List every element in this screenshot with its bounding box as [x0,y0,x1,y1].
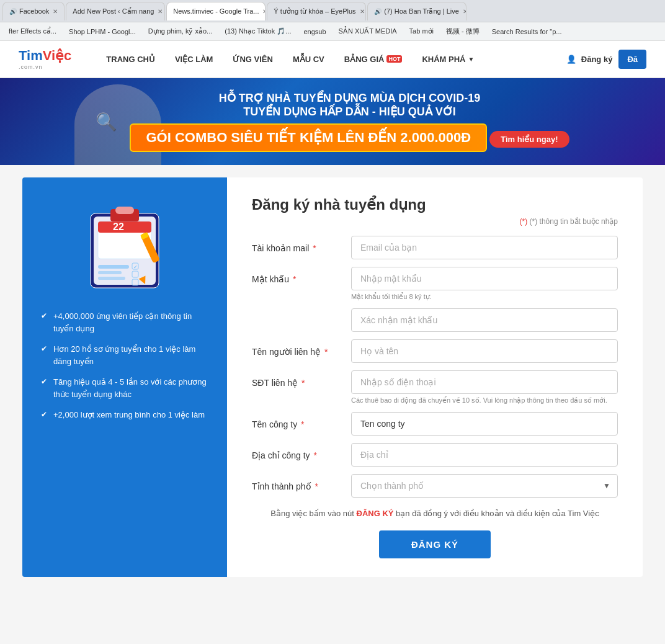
banner: 🔍 HỖ TRỢ NHÀ TUYỂN DỤNG MÙA DỊCH COVID-1… [0,78,665,165]
required-star: * [314,450,317,460]
nav-right: 👤 Đăng ký Đă [566,50,646,69]
person-icon: 👤 [566,55,576,64]
bookmark-weibo[interactable]: 视频 - 微博 [442,25,483,37]
contact-label: Tên người liên hệ * [252,339,351,357]
address-input[interactable] [351,443,618,467]
nav-mau-cv[interactable]: MẪU CV [283,40,334,78]
tab-close-btn[interactable]: ✕ [262,8,266,15]
tab-label: Add New Post ‹ Cẩm nang [73,7,154,16]
svg-rect-5 [98,221,151,233]
password-field-wrapper: Mật khẩu tối thiểu 8 ký tự. [351,267,618,301]
phone-input[interactable] [351,370,618,394]
main-content: 22 ✔ +4,000,000 ứng viên tiếp cận thông … [22,165,643,589]
bookmark-nhactiktok[interactable]: (13) Nhạc Tiktok 🎵... [221,26,295,37]
contact-input[interactable] [351,339,618,363]
banner-cta: GÓI COMBO SIÊU TIẾT KIỆM LÊN ĐẾN 2.000.0… [130,123,487,152]
svg-rect-3 [115,207,134,214]
btn-dangnhap[interactable]: Đă [618,50,646,69]
confirm-password-row [252,308,618,332]
required-star: * [324,347,328,357]
required-star: * [301,378,305,388]
bookmark-shoplphm[interactable]: Shop LPHM - Googl... [65,27,140,37]
svg-rect-7 [98,265,129,269]
city-select-wrapper: Chọn thành phố Hà Nội Hồ Chí Minh Đà Nẵn… [351,474,618,498]
svg-text:✔: ✔ [133,264,138,270]
tab-hoa-ban[interactable]: 🔊 (7) Hoa Ban Trắng | Live ✕ [367,2,466,20]
required-note: (*) (*) thông tin bắt buộc nhập [252,217,618,226]
tab-news-timviec[interactable]: News.timviec - Google Tra... ✕ [166,2,266,20]
site-header: TimViệc .com.vn TRANG CHỦ VIỆC LÀM ỨNG V… [0,41,665,78]
confirm-password-input[interactable] [351,308,618,332]
password-hint: Mật khẩu tối thiểu 8 ký tự. [351,293,618,301]
address-field-wrapper [351,443,618,467]
submit-button[interactable]: ĐĂNG KÝ [379,530,491,558]
tab-close-btn[interactable]: ✕ [463,8,466,15]
city-select[interactable]: Chọn thành phố Hà Nội Hồ Chí Minh Đà Nẵn… [351,474,618,498]
feature-item-2: Hơn 20 hồ sơ ứng tuyển cho 1 việc làm đă… [41,343,208,367]
company-label: Tên công ty * [252,412,351,429]
banner-content: HỖ TRỢ NHÀ TUYỂN DỤNG MÙA DỊCH COVID-19 … [130,91,569,152]
tab-label: Ý tưởng từ khóa – EyePlus [274,7,355,16]
address-label: Địa chỉ công ty * [252,443,351,460]
bookmark-tabnew[interactable]: Tab mới [406,26,437,37]
nav-bang-gia[interactable]: BẢNG GIÁ HOT [334,40,413,78]
password-label: Mật khẩu * [252,267,351,284]
phone-hint: Các thuê bao di động đã chuyển về 10 số.… [351,396,618,405]
tab-facebook[interactable]: 🔊 Facebook ✕ [2,2,65,20]
tab-eyeplus[interactable]: Ý tưởng từ khóa – EyePlus ✕ [267,2,366,20]
browser-tabs: 🔊 Facebook ✕ Add New Post ‹ Cẩm nang ✕ N… [0,0,665,22]
address-row: Địa chỉ công ty * [252,443,618,467]
nav-ung-vien[interactable]: ỨNG VIÊN [223,40,282,78]
btn-dangky[interactable]: 👤 Đăng ký [566,55,612,64]
password-row: Mật khẩu * Mật khẩu tối thiểu 8 ký tự. [252,267,618,301]
svg-text:22: 22 [113,221,124,232]
logo-text: TimViệc [19,48,71,64]
illustration: 22 ✔ [75,196,174,295]
contact-field-wrapper [351,339,618,363]
left-panel: 22 ✔ +4,000,000 ứng viên tiếp cận thông … [22,177,227,577]
contact-row: Tên người liên hệ * [252,339,618,363]
tab-close-btn[interactable]: ✕ [158,8,163,15]
tab-close-btn[interactable]: ✕ [53,8,58,15]
tab-label: News.timviec - Google Tra... [173,7,259,15]
tab-close-btn[interactable]: ✕ [360,8,365,15]
tab-addnewpost[interactable]: Add New Post ‹ Cẩm nang ✕ [66,2,165,20]
hot-badge: HOT [386,55,402,63]
nav-viec-lam[interactable]: VIỆC LÀM [165,40,223,78]
phone-field-wrapper: Các thuê bao di động đã chuyển về 10 số.… [351,370,618,405]
tab-label: Facebook [19,7,49,15]
password-input[interactable] [351,267,618,290]
left-features-list: +4,000,000 ứng viên tiếp cận thông tin t… [41,310,208,421]
chevron-down-icon: ▼ [468,56,474,63]
company-field-wrapper [351,412,618,436]
bookmark-aftereffects[interactable]: fter Effects cẩ... [5,26,60,37]
city-row: Tỉnh thành phố * Chọn thành phố Hà Nội H… [252,474,618,498]
email-input[interactable] [351,236,618,259]
required-star: * [301,419,304,429]
logo-sub: .com.vn [19,64,43,70]
agreement-highlight[interactable]: ĐĂNG KÝ [357,509,394,518]
email-label: Tài khoản mail * [252,236,351,253]
banner-btn[interactable]: Tìm hiểu ngay! [489,131,569,148]
nav-kham-pha[interactable]: KHÁM PHÁ ▼ [412,40,484,78]
company-input[interactable] [351,412,618,436]
form-title: Đăng ký nhà tuyển dụng [252,196,618,213]
nav-trang-chu[interactable]: TRANG CHỦ [96,40,165,78]
bookmark-engsub[interactable]: engsub [300,27,329,37]
svg-rect-8 [98,271,122,274]
banner-title2: TUYỂN DỤNG HẤP DẪN - HIỆU QUẢ VỚI [130,105,569,119]
required-star: * [293,274,296,284]
required-star: * [315,481,318,491]
tab-label: (7) Hoa Ban Trắng | Live [384,7,459,16]
banner-title1: HỖ TRỢ NHÀ TUYỂN DỤNG MÙA DỊCH COVID-19 [130,91,569,105]
bookmarks-bar: fter Effects cẩ... Shop LPHM - Googl... … [0,22,665,41]
right-panel: Đăng ký nhà tuyển dụng (*) (*) thông tin… [227,177,643,577]
required-star: * [313,243,316,253]
bookmark-search[interactable]: Search Results for "p... [488,27,566,37]
bookmark-sanxuatmedia[interactable]: SẢN XUẤT MEDIA [335,26,401,37]
logo[interactable]: TimViệc .com.vn [19,48,71,70]
bookmark-dungphim[interactable]: Dựng phim, kỹ xảo... [145,26,216,37]
banner-search-icon: 🔍 [96,112,117,132]
feature-item-4: +2,000 lượt xem trung bình cho 1 việc là… [41,409,208,421]
city-label: Tỉnh thành phố * [252,474,351,491]
